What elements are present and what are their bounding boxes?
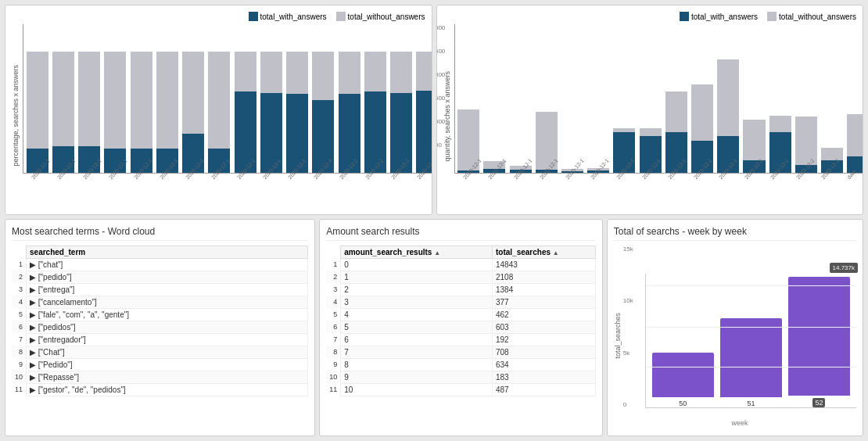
row-number: 8	[326, 346, 341, 358]
without-answers-segment	[104, 52, 126, 149]
list-item: 10 ▶ ["Repasse"]	[12, 371, 308, 383]
weekly-bars: 505114.737k52	[645, 274, 856, 408]
without-answers-segment	[339, 52, 360, 94]
row-number: 1	[326, 258, 341, 271]
amount-cell: 3	[341, 296, 493, 308]
row-number: 7	[12, 333, 27, 346]
pct-bar-group	[285, 24, 310, 173]
row-number: 4	[326, 296, 341, 308]
qty-without-answers-segment	[769, 116, 791, 132]
amount-cell: 5	[341, 321, 493, 333]
table-row: 5 4 462	[326, 308, 595, 321]
qty-bar-group	[768, 24, 792, 173]
weekly-bar	[720, 318, 782, 397]
total-cell: 183	[492, 371, 595, 383]
weekly-bar-group: 14.737k52	[788, 277, 850, 407]
amount-cell: 0	[341, 258, 493, 271]
list-item: 5 ▶ ["fale", "com", "a", "gente"]	[12, 308, 308, 321]
weekly-bar-week-label: 52	[812, 398, 825, 407]
table-row: 10 9 183	[326, 371, 595, 383]
list-item: 11 ▶ ["gestor", "de", "pedidos"]	[12, 383, 308, 396]
qty-bar-group	[638, 24, 662, 173]
row-number: 3	[12, 283, 27, 296]
qty-bar-group	[664, 24, 688, 173]
qty-bar-group	[690, 24, 714, 173]
row-number: 11	[12, 383, 27, 396]
search-results-col1-header: amount_search_results ▲	[341, 246, 493, 258]
table-row: 1 0 14843	[326, 258, 595, 271]
without-answers-segment	[182, 52, 204, 134]
without-answers-segment	[156, 52, 178, 149]
quantity-y-axis-label: quantity, searches x answers	[443, 71, 451, 161]
amount-cell: 2	[341, 283, 493, 296]
q-legend-without-answers-label: total_without_answers	[779, 13, 856, 21]
amount-cell: 9	[341, 371, 493, 383]
without-answers-segment	[286, 52, 308, 94]
row-number: 4	[12, 296, 27, 308]
weekly-y-tick: 15k	[623, 246, 642, 253]
without-answers-segment	[52, 52, 74, 146]
total-cell: 2108	[492, 271, 595, 283]
q-legend-without-answers: total_without_answers	[767, 12, 856, 21]
total-cell: 634	[492, 358, 595, 371]
pct-bar-group	[259, 24, 283, 173]
pct-bar-group	[363, 24, 387, 173]
weekly-y-axis: 05k10k15k	[623, 246, 645, 408]
pct-bar-group	[51, 24, 75, 173]
weekly-panel: Total of searchs - week by week total_se…	[607, 219, 863, 436]
search-results-title: Amount search results	[326, 226, 596, 241]
list-item: 6 ▶ ["pedidos"]	[12, 321, 308, 333]
row-number: 10	[326, 371, 341, 383]
table-row: 7 6 192	[326, 333, 595, 346]
search-term-cell: ▶ ["gestor", "de", "pedidos"]	[27, 383, 308, 396]
qty-bar-group	[482, 24, 507, 173]
list-item: 7 ▶ ["entregador"]	[12, 333, 308, 346]
percentage-chart-area: percentage, searches x answers 0%20%40%6…	[12, 24, 425, 208]
qty-bar-group	[794, 24, 818, 173]
weekly-bars-wrapper: 05k10k15k 505114.737k52	[623, 246, 856, 408]
search-results-table-wrapper: amount_search_results ▲ total_searches ▲…	[326, 246, 596, 427]
row-number: 1	[12, 258, 27, 271]
row-number: 6	[12, 321, 27, 333]
without-answers-segment	[364, 52, 386, 91]
pct-bar-group	[415, 24, 432, 173]
list-item: 2 ▶ ["pedido"]	[12, 271, 308, 283]
amount-cell: 7	[341, 346, 493, 358]
gridline	[646, 367, 856, 368]
qty-without-answers-segment	[743, 120, 765, 160]
pct-bar-group	[77, 24, 102, 173]
search-results-table-body: 1 0 14843 2 1 2108 3 2 1384 4 3 377 5 4 …	[326, 258, 595, 396]
without-answers-segment	[390, 52, 412, 93]
legend-with-answers-label: total_with_answers	[260, 13, 327, 21]
list-item: 3 ▶ ["entrega"]	[12, 283, 308, 296]
without-answers-segment	[416, 52, 432, 91]
amount-cell: 6	[341, 333, 493, 346]
pct-bar-group	[389, 24, 414, 173]
search-results-col2-header: total_searches ▲	[492, 246, 595, 258]
q-legend-with-answers-box	[680, 12, 689, 21]
total-cell: 377	[492, 296, 595, 308]
qty-bar-group	[560, 24, 584, 173]
total-cell: 487	[492, 383, 595, 396]
top-row: total_with_answers total_without_answers…	[5, 5, 863, 215]
table-row: 9 8 634	[326, 358, 595, 371]
q-legend-with-answers-label: total_with_answers	[691, 13, 758, 21]
row-number: 5	[326, 308, 341, 321]
pct-bar-group	[311, 24, 335, 173]
weekly-y-tick: 10k	[623, 297, 642, 304]
amount-cell: 10	[341, 383, 493, 396]
legend-without-answers-box	[336, 12, 346, 21]
pct-bar-group	[25, 24, 49, 173]
total-cell: 708	[492, 346, 595, 358]
without-answers-segment	[235, 52, 256, 91]
pct-bar-group	[181, 24, 206, 173]
weekly-bar-week-label: 50	[679, 400, 687, 407]
percentage-chart: total_with_answers total_without_answers…	[12, 12, 425, 208]
quantity-legend: total_with_answers total_without_answers	[443, 12, 857, 21]
weekly-bar-week-label: 51	[747, 400, 755, 407]
amount-cell: 1	[341, 271, 493, 283]
quantity-chart-area: quantity, searches x answers 05001000150…	[443, 24, 857, 208]
weekly-bar	[652, 353, 714, 397]
qty-bar-group	[457, 24, 481, 173]
amount-cell: 8	[341, 358, 493, 371]
